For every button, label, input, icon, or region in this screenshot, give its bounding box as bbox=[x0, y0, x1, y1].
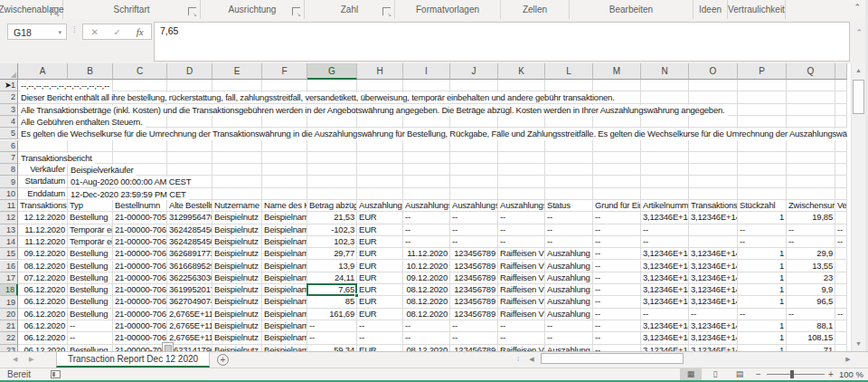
cell-C23[interactable]: 21-00000-706 bbox=[113, 345, 167, 351]
row-header-21[interactable]: 21 bbox=[0, 320, 18, 332]
cell-P19[interactable]: 1 bbox=[738, 296, 787, 308]
cell-R22[interactable] bbox=[835, 332, 847, 344]
row-header-7[interactable]: 7 bbox=[0, 152, 18, 164]
cell-R6[interactable] bbox=[835, 140, 847, 152]
cell-G12[interactable]: 21,53 bbox=[307, 212, 357, 224]
column-header-M[interactable]: M bbox=[593, 63, 641, 80]
column-header-P[interactable]: P bbox=[738, 63, 787, 80]
cell-I8[interactable] bbox=[403, 164, 450, 176]
cell-N4[interactable] bbox=[641, 116, 689, 128]
cell-P18[interactable]: 1 bbox=[738, 284, 787, 296]
column-header-R[interactable] bbox=[835, 63, 847, 80]
cell-M19[interactable]: -- bbox=[593, 296, 641, 308]
cell-M18[interactable]: -- bbox=[593, 284, 641, 296]
cell-C13[interactable]: 21-00000-706 bbox=[113, 224, 167, 236]
cell-P3[interactable] bbox=[738, 104, 787, 116]
cell-O21[interactable]: 3,12346E+14 bbox=[689, 320, 738, 332]
cell-P21[interactable]: 1 bbox=[738, 320, 787, 332]
cell-G9[interactable] bbox=[307, 176, 357, 187]
cell-L13[interactable]: -- bbox=[545, 224, 593, 236]
cell-N10[interactable] bbox=[641, 188, 689, 200]
cell-H19[interactable]: EUR bbox=[357, 296, 403, 308]
vertical-scrollbar-thumb[interactable] bbox=[853, 80, 864, 114]
cell-P10[interactable] bbox=[738, 188, 787, 200]
cell-Q10[interactable] bbox=[787, 188, 835, 200]
cell-I17[interactable]: 09.12.2020 bbox=[403, 272, 450, 284]
cell-B20[interactable]: Bestellung bbox=[68, 309, 113, 320]
cell-I10[interactable] bbox=[403, 188, 450, 200]
row-8-overflow-text[interactable]: Beispielverkäufer bbox=[71, 165, 136, 176]
cell-H15[interactable]: EUR bbox=[357, 248, 403, 260]
cell-N1[interactable] bbox=[641, 80, 689, 91]
cell-C14[interactable]: 21-00000-706 bbox=[113, 236, 167, 248]
cell-I1[interactable] bbox=[403, 80, 450, 91]
cell-D6[interactable] bbox=[167, 140, 212, 152]
cell-A11[interactable]: Transaktions bbox=[18, 200, 68, 212]
cell-D14[interactable]: 36242854509 bbox=[167, 236, 212, 248]
cell-L21[interactable]: -- bbox=[545, 320, 593, 332]
cell-M22[interactable]: -- bbox=[593, 332, 641, 344]
cell-R11[interactable]: Ve bbox=[835, 200, 847, 212]
cell-H16[interactable]: EUR bbox=[357, 261, 403, 272]
cell-Q19[interactable]: 96,5 bbox=[787, 296, 835, 308]
cell-Q18[interactable]: 9,9 bbox=[787, 284, 835, 296]
cell-H21[interactable]: -- bbox=[357, 320, 403, 332]
cell-A14[interactable]: 11.12.2020 bbox=[18, 236, 68, 248]
column-header-N[interactable]: N bbox=[641, 63, 689, 80]
cell-A19[interactable]: 06.12.2020 bbox=[18, 296, 68, 308]
cell-N11[interactable]: Artikelnumm bbox=[641, 200, 689, 212]
cell-E8[interactable] bbox=[212, 164, 262, 176]
cell-R2[interactable] bbox=[835, 91, 847, 103]
cell-I18[interactable]: 08.12.2020 bbox=[403, 284, 450, 296]
cell-K9[interactable] bbox=[498, 176, 545, 187]
cell-L1[interactable] bbox=[545, 80, 593, 91]
column-header-B[interactable]: B bbox=[68, 63, 113, 80]
cell-D20[interactable]: 2,6765E+11 bbox=[167, 309, 212, 320]
cell-B17[interactable]: Bestellung bbox=[68, 272, 113, 284]
cell-Q12[interactable]: 19,85 bbox=[787, 212, 835, 224]
scroll-left-icon[interactable]: ◀ bbox=[526, 353, 537, 365]
cell-A18[interactable]: 06.12.2020 bbox=[18, 284, 68, 296]
cell-G14[interactable]: 102,3 bbox=[307, 236, 357, 248]
cell-O16[interactable]: 3,12346E+14 bbox=[689, 261, 738, 272]
new-sheet-button[interactable]: + bbox=[217, 354, 229, 366]
cell-P20[interactable]: -- bbox=[738, 309, 787, 320]
cell-E16[interactable]: Beispielnutz bbox=[212, 261, 262, 272]
cell-K4[interactable] bbox=[498, 116, 545, 128]
cell-F19[interactable]: Beispielnam bbox=[262, 296, 307, 308]
cell-B15[interactable]: Bestellung bbox=[68, 248, 113, 260]
cell-O18[interactable]: 3,12346E+14 bbox=[689, 284, 738, 296]
cell-Q11[interactable]: Zwischensur bbox=[787, 200, 835, 212]
cell-O14[interactable] bbox=[689, 236, 738, 248]
cell-F22[interactable]: Beispielnam bbox=[262, 332, 307, 344]
cell-O23[interactable]: 3,12346E+14 bbox=[689, 345, 738, 351]
cell-G6[interactable] bbox=[307, 140, 357, 152]
cell-A8[interactable]: Verkäufer bbox=[18, 164, 68, 176]
row-header-15[interactable]: 15 bbox=[0, 248, 18, 260]
cell-K11[interactable]: Auszahlungs bbox=[498, 200, 545, 212]
cell-C1[interactable] bbox=[113, 80, 167, 91]
cell-K6[interactable] bbox=[498, 140, 545, 152]
cell-D4[interactable] bbox=[167, 116, 212, 128]
cell-A15[interactable]: 09.12.2020 bbox=[18, 248, 68, 260]
cell-J18[interactable]: 123456789 bbox=[450, 284, 498, 296]
view-page-break-icon[interactable]: ▤ bbox=[729, 368, 750, 380]
cell-E17[interactable]: Beispielnutz bbox=[212, 272, 262, 284]
cell-K21[interactable]: -- bbox=[498, 320, 545, 332]
row-header-11[interactable]: 11 bbox=[0, 200, 18, 212]
cell-M1[interactable] bbox=[593, 80, 641, 91]
cell-F14[interactable]: Beispielnam bbox=[262, 236, 307, 248]
cell-F15[interactable]: Beispielnam bbox=[262, 248, 307, 260]
dialog-launcher-icon[interactable] bbox=[292, 7, 300, 15]
cell-D7[interactable] bbox=[167, 152, 212, 164]
cell-H23[interactable]: EUR bbox=[357, 345, 403, 351]
cell-J14[interactable]: -- bbox=[450, 236, 498, 248]
cell-B6[interactable] bbox=[68, 140, 113, 152]
row-9-overflow-text[interactable]: 01-Aug-2020 00:00:00 AM CEST bbox=[71, 177, 193, 187]
cell-K16[interactable]: Raiffeisen V bbox=[498, 261, 545, 272]
cell-P13[interactable]: -- bbox=[738, 224, 787, 236]
cell-I13[interactable]: -- bbox=[403, 224, 450, 236]
cell-G1[interactable] bbox=[307, 80, 357, 91]
cell-E12[interactable]: Beispielnutz bbox=[212, 212, 262, 224]
column-header-G[interactable]: G bbox=[307, 63, 357, 80]
